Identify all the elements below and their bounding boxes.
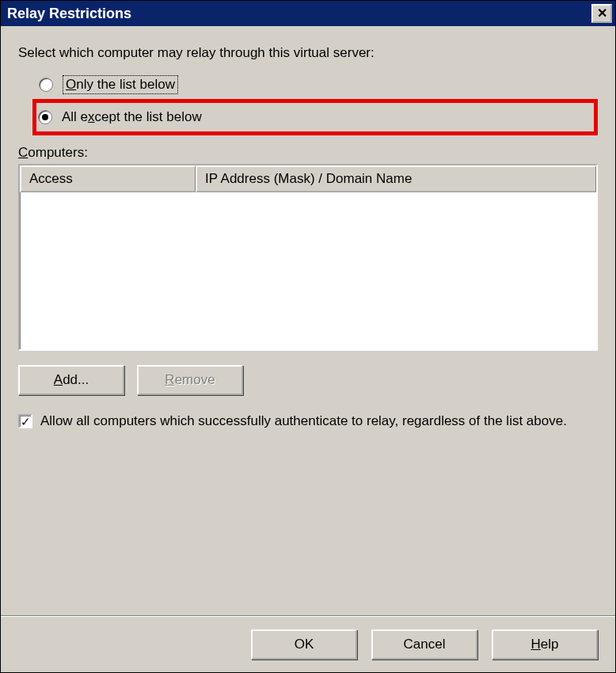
close-button[interactable]: ✕ — [591, 4, 612, 23]
computers-listview[interactable]: Access IP Address (Mask) / Domain Name — [18, 164, 598, 351]
relay-mode-radio-group: Only the list below All except the list … — [37, 70, 598, 135]
allow-authenticated-label: Allow all computers which successfully a… — [40, 413, 567, 431]
radio-all-except[interactable]: All except the list below — [32, 99, 598, 135]
column-ip-label: IP Address (Mask) / Domain Name — [205, 171, 412, 187]
add-button[interactable]: Add... — [18, 365, 124, 395]
help-button[interactable]: Help — [492, 629, 598, 660]
divider — [1, 615, 615, 617]
close-icon: ✕ — [597, 7, 607, 20]
footer-buttons: OK Cancel Help — [18, 629, 598, 661]
radio-only-label: Only the list below — [63, 75, 178, 94]
column-ip-address[interactable]: IP Address (Mask) / Domain Name — [196, 165, 596, 192]
column-access[interactable]: Access — [20, 165, 196, 192]
ok-label: OK — [295, 637, 314, 652]
radio-icon — [38, 110, 52, 124]
listview-header: Access IP Address (Mask) / Domain Name — [20, 165, 596, 192]
list-buttons-row: Add... Remove — [18, 365, 598, 395]
remove-button: Remove — [137, 365, 243, 395]
relay-restrictions-dialog: Relay Restrictions ✕ Select which comput… — [0, 0, 616, 673]
titlebar: Relay Restrictions ✕ — [1, 1, 615, 26]
cancel-label: Cancel — [404, 637, 446, 652]
ok-button[interactable]: OK — [251, 629, 357, 660]
computers-label: Computers: — [18, 145, 598, 161]
radio-except-label: All except the list below — [62, 109, 202, 125]
cancel-button[interactable]: Cancel — [371, 629, 477, 660]
allow-authenticated-checkbox-row[interactable]: ✓ Allow all computers which successfully… — [18, 413, 598, 431]
checkmark-icon: ✓ — [21, 416, 31, 428]
spacer — [18, 431, 598, 615]
radio-icon — [39, 78, 53, 92]
window-title: Relay Restrictions — [7, 6, 591, 22]
prompt-text: Select which computer may relay through … — [18, 45, 598, 61]
dialog-content: Select which computer may relay through … — [1, 26, 615, 672]
radio-selected-dot-icon — [42, 114, 48, 120]
column-access-label: Access — [29, 171, 73, 187]
radio-only-list[interactable]: Only the list below — [37, 70, 598, 99]
checkbox-icon: ✓ — [18, 414, 32, 428]
